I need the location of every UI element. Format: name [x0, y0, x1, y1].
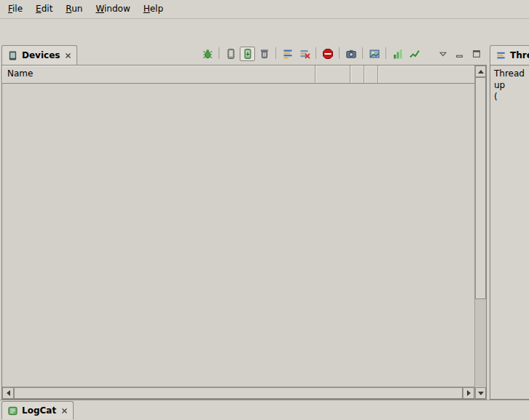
- devices-tabbar: Devices: [1, 43, 487, 65]
- arrow-up-icon: [478, 70, 484, 74]
- view-menu-icon[interactable]: [435, 47, 450, 61]
- scroll-left-button[interactable]: [2, 387, 14, 399]
- threads-view: Threa Thread up (: [490, 43, 529, 400]
- update-heap-icon[interactable]: [223, 47, 238, 61]
- update-threads-icon[interactable]: [280, 47, 295, 61]
- close-icon[interactable]: [65, 52, 71, 59]
- stop-method-profiling-icon[interactable]: [297, 47, 312, 61]
- toolbar-separator: [339, 47, 340, 59]
- column-header-name[interactable]: Name: [2, 66, 316, 84]
- dump-hprof-icon[interactable]: [240, 47, 255, 61]
- vertical-scroll-thumb[interactable]: [475, 77, 486, 299]
- vertical-scrollbar[interactable]: [474, 66, 486, 399]
- tab-threads-label: Threa: [510, 50, 529, 60]
- table-header: Name: [2, 66, 474, 84]
- horizontal-scrollbar[interactable]: [2, 387, 474, 399]
- threads-tabbar: Threa: [490, 43, 529, 65]
- logcat-icon: [7, 405, 18, 416]
- devices-toolbar: [200, 47, 487, 65]
- tab-devices-label: Devices: [22, 50, 60, 60]
- column-header-spacer1[interactable]: [350, 66, 364, 84]
- menu-help[interactable]: Help: [137, 0, 170, 18]
- logcat-bar: LogCat: [0, 400, 529, 419]
- toolbar-separator: [219, 47, 219, 59]
- tab-threads[interactable]: Threa: [490, 45, 529, 65]
- scroll-down-button[interactable]: [475, 387, 486, 399]
- column-header-port[interactable]: [378, 66, 474, 84]
- device-table: Name: [1, 65, 487, 400]
- devices-view: Devices: [1, 43, 487, 400]
- tab-logcat-label: LogCat: [22, 405, 56, 416]
- maximize-icon[interactable]: [469, 47, 484, 61]
- arrow-down-icon: [478, 392, 484, 395]
- system-info-icon[interactable]: [390, 47, 405, 61]
- threads-message-line1: Thread up: [494, 68, 529, 91]
- menu-file[interactable]: File: [1, 0, 29, 18]
- main-area: Devices: [0, 43, 529, 400]
- toolbar-separator: [316, 47, 316, 59]
- menubar: FileEditRunWindowHelp: [0, 0, 529, 19]
- debug-process-icon[interactable]: [200, 47, 215, 61]
- tab-logcat[interactable]: LogCat: [1, 401, 74, 419]
- threads-icon: [495, 50, 506, 61]
- cause-gc-icon[interactable]: [256, 47, 272, 61]
- profiling-chart-icon[interactable]: [407, 47, 422, 61]
- toolbar-separator: [362, 47, 363, 59]
- column-header-spacer2[interactable]: [364, 66, 378, 84]
- toolbar-separator: [275, 47, 276, 59]
- column-header-pid[interactable]: [316, 66, 350, 84]
- stop-process-icon[interactable]: [320, 47, 335, 61]
- horizontal-scroll-thumb[interactable]: [14, 387, 463, 399]
- menu-run[interactable]: Run: [59, 0, 89, 18]
- scroll-up-button[interactable]: [475, 66, 486, 77]
- scroll-right-button[interactable]: [463, 387, 474, 399]
- device-icon: [7, 50, 18, 61]
- arrow-right-icon: [467, 390, 471, 396]
- toolbar-separator: [385, 47, 386, 59]
- menu-window[interactable]: Window: [89, 0, 136, 18]
- threads-message-line2: (: [494, 91, 529, 103]
- tab-devices[interactable]: Devices: [1, 45, 77, 65]
- threads-content: Thread up (: [490, 65, 529, 400]
- device-table-body: [2, 84, 474, 387]
- vertical-scroll-track[interactable]: [475, 299, 486, 387]
- close-icon[interactable]: [61, 408, 68, 414]
- menu-edit[interactable]: Edit: [29, 0, 59, 18]
- arrow-left-icon: [7, 390, 10, 396]
- screen-capture-icon[interactable]: [343, 47, 358, 61]
- screen-record-icon[interactable]: [367, 47, 382, 61]
- minimize-icon[interactable]: [452, 47, 467, 61]
- toolbar-strip: [0, 19, 529, 43]
